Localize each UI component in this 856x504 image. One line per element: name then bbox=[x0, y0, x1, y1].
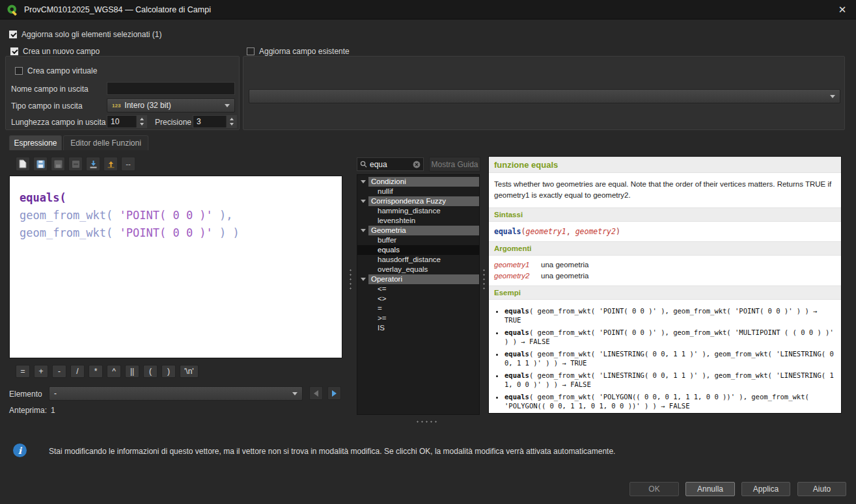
function-search-input[interactable]: equa bbox=[357, 157, 424, 171]
tree-item-is[interactable]: IS bbox=[357, 323, 479, 333]
length-value: 10 bbox=[107, 116, 136, 127]
tree-item-hamming-distance[interactable]: hamming_distance bbox=[357, 206, 479, 216]
close-icon[interactable]: ✕ bbox=[835, 4, 849, 16]
splitter-left-handle[interactable] bbox=[349, 268, 352, 290]
tree-group-label: Condizioni bbox=[368, 177, 479, 187]
tree-item-lte[interactable]: <= bbox=[357, 284, 479, 294]
ok-button[interactable]: OK bbox=[629, 482, 679, 496]
precision-spinner[interactable]: 3 bbox=[193, 115, 237, 128]
argument-row: geometry2 una geometria bbox=[494, 271, 836, 282]
op-minus-button[interactable]: - bbox=[52, 365, 66, 378]
tree-item-levenshtein[interactable]: levenshtein bbox=[357, 216, 479, 226]
virtual-field-label: Crea campo virtuale bbox=[27, 66, 97, 75]
op-close-paren-button[interactable]: ) bbox=[161, 365, 176, 378]
example-code: ( geom_from_wkt( 'POINT( 0 0 )' ), geom_… bbox=[504, 328, 834, 346]
field-calculator-dialog: ProvCM01012025_WGS84 — Calcolatore di Ca… bbox=[0, 0, 856, 504]
update-existing-field-checkbox[interactable]: Aggiorna campo esistente bbox=[247, 47, 350, 56]
tree-group-label: Geometria bbox=[368, 226, 479, 235]
qgis-logo-icon bbox=[7, 4, 18, 16]
show-help-button[interactable]: Mostra Guida bbox=[429, 157, 480, 172]
prev-feature-button[interactable] bbox=[309, 386, 323, 400]
tab-editor-funzioni[interactable]: Editor delle Funzioni bbox=[63, 135, 148, 150]
titlebar[interactable]: ProvCM01012025_WGS84 — Calcolatore di Ca… bbox=[0, 0, 856, 20]
comment-button[interactable]: -- bbox=[121, 157, 135, 171]
comment-label: -- bbox=[126, 160, 130, 168]
tree-item-overlay-equals[interactable]: overlay_equals bbox=[357, 265, 479, 274]
arrow-right-icon bbox=[332, 390, 337, 397]
code-line: geom_from_wkt( 'POINT( 0 0 )' ) ) bbox=[20, 224, 335, 242]
code-token: geom_from_wkt bbox=[20, 226, 106, 239]
import-expressions-button[interactable] bbox=[86, 157, 100, 171]
chevron-down-icon[interactable] bbox=[357, 180, 368, 183]
tree-item-neq[interactable]: <> bbox=[357, 294, 479, 304]
op-plus-button[interactable]: + bbox=[34, 365, 48, 378]
op-concat-button[interactable]: || bbox=[125, 365, 139, 378]
examples-heading: Esempi bbox=[494, 289, 521, 297]
export-expressions-button[interactable] bbox=[104, 157, 118, 171]
chevron-down-icon[interactable] bbox=[357, 229, 368, 232]
help-button[interactable]: Aiuto bbox=[797, 482, 846, 496]
op-divide-button[interactable]: / bbox=[70, 365, 85, 378]
function-help-panel: funzione equals Tests whether two geomet… bbox=[488, 156, 842, 414]
code-token: 'POINT( 0 0 )' bbox=[120, 226, 213, 239]
cancel-button[interactable]: Annulla bbox=[685, 482, 735, 496]
tree-group-corrispondenza-fuzzy[interactable]: Corrispondenza Fuzzy bbox=[357, 196, 479, 206]
new-expression-button[interactable] bbox=[16, 157, 30, 171]
create-new-field-checkbox[interactable]: Crea un nuovo campo bbox=[10, 47, 100, 56]
spinner-arrows-icon[interactable] bbox=[136, 116, 146, 127]
tree-item-eq[interactable]: = bbox=[357, 304, 479, 313]
example-code: ( geom_from_wkt( 'POINT( 0 0 )' ), geom_… bbox=[504, 307, 817, 325]
only-selected-checkbox[interactable]: Aggiorna solo gli elementi selezionati (… bbox=[9, 30, 161, 39]
op-open-paren-button[interactable]: ( bbox=[143, 365, 158, 378]
code-token: geom_from_wkt bbox=[20, 209, 106, 222]
tree-group-condizioni[interactable]: Condizioni bbox=[357, 177, 479, 187]
argument-name: geometry2 bbox=[494, 271, 541, 282]
splitter-bottom-handle[interactable] bbox=[415, 420, 437, 423]
splitter-right-handle[interactable] bbox=[482, 268, 486, 290]
tree-group-operatori[interactable]: Operatori bbox=[357, 274, 479, 284]
clear-search-icon[interactable] bbox=[413, 161, 421, 168]
help-description: Tests whether two geometries are equal. … bbox=[489, 173, 841, 207]
next-feature-button[interactable] bbox=[327, 386, 341, 400]
chevron-down-icon[interactable] bbox=[357, 278, 368, 281]
code-token: 'POINT( 0 0 )' bbox=[120, 209, 213, 222]
op-newline-button[interactable]: '\n' bbox=[180, 365, 199, 378]
example-fn: equals bbox=[504, 393, 529, 401]
tree-item-nullif[interactable]: nullif bbox=[357, 187, 479, 196]
syntax-arg: geometry1 bbox=[525, 227, 566, 236]
elemento-select[interactable]: - bbox=[49, 386, 303, 401]
edit-expression-button[interactable] bbox=[51, 157, 65, 171]
new-field-group: Crea campo virtuale Nome campo in uscita… bbox=[5, 56, 240, 130]
op-multiply-button[interactable]: * bbox=[89, 365, 103, 378]
spinner-arrows-icon[interactable] bbox=[226, 116, 236, 127]
op-equals-button[interactable]: = bbox=[16, 365, 30, 378]
help-title: funzione equals bbox=[494, 160, 558, 170]
expression-editor[interactable]: equals( geom_from_wkt( 'POINT( 0 0 )' ),… bbox=[9, 176, 342, 358]
argument-name: geometry1 bbox=[494, 259, 541, 271]
remove-expression-button[interactable] bbox=[68, 157, 83, 171]
apply-button[interactable]: Applica bbox=[741, 482, 790, 496]
tree-item-gte[interactable]: >= bbox=[357, 313, 479, 323]
window-title: ProvCM01012025_WGS84 — Calcolatore di Ca… bbox=[24, 5, 211, 14]
tree-item-equals[interactable]: equals bbox=[357, 245, 479, 255]
field-type-select[interactable]: 123 Intero (32 bit) bbox=[107, 98, 235, 113]
op-power-button[interactable]: ^ bbox=[107, 365, 121, 378]
tab-espressione[interactable]: Espressione bbox=[9, 135, 62, 150]
virtual-field-checkbox[interactable]: Crea campo virtuale bbox=[15, 66, 97, 75]
tree-group-geometria[interactable]: Geometria bbox=[357, 226, 479, 235]
examples-list: equals( geom_from_wkt( 'POINT( 0 0 )' ),… bbox=[489, 302, 841, 414]
precision-value: 3 bbox=[193, 116, 226, 127]
syntax-comma: , bbox=[566, 227, 575, 236]
length-spinner[interactable]: 10 bbox=[107, 115, 147, 128]
info-glyph: i bbox=[18, 445, 21, 456]
tree-item-buffer[interactable]: buffer bbox=[357, 235, 479, 245]
syntax-heading: Sintassi bbox=[494, 211, 523, 219]
expression-toolbar: -- bbox=[16, 157, 135, 171]
chevron-down-icon[interactable] bbox=[357, 200, 368, 203]
save-expression-button[interactable] bbox=[33, 157, 48, 171]
output-name-input[interactable] bbox=[107, 82, 235, 95]
file-icon bbox=[19, 159, 27, 168]
tree-item-hausdorff-distance[interactable]: hausdorff_distance bbox=[357, 255, 479, 265]
example-code: ( geom_from_wkt( 'LINESTRING( 0 0, 1 1 )… bbox=[504, 371, 834, 389]
existing-field-select[interactable] bbox=[249, 89, 840, 103]
